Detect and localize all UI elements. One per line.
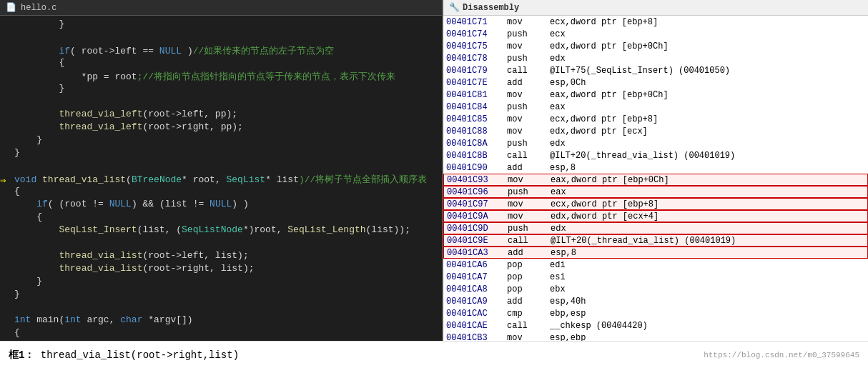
disasm-instruction: mov [508,175,551,185]
comment-text: //如果传来的节点的左子节点为空 [193,46,335,56]
code-line [0,96,442,109]
disasm-address: 00401CA8 [446,284,507,294]
disasm-icon: 🔧 [449,2,460,13]
disasm-instruction: push [507,29,550,39]
disasm-row: 00401C9Ecall@ILT+20(_thread_via_list) (0… [443,234,868,247]
code-filename: hello.c [21,3,56,13]
disasm-address: 00401CB3 [446,333,507,342]
disasm-row: 00401C74pushecx [443,28,868,40]
code-content: } if( root->left == NULL )//如果传来的节点的左子节点… [0,16,442,341]
disasm-instruction: call [507,151,550,161]
disasm-operands: __chkesp (00404420) [550,321,865,331]
disasm-operands: esp,8 [550,163,865,173]
disasm-operands: esp,ebp [550,333,865,342]
disasm-operands: edx,dword ptr [ebp+0Ch] [550,41,865,51]
disasm-title: Disassembly [463,3,519,13]
line-text: } [3,289,20,299]
disasm-instruction: push [507,102,550,112]
disasm-operands: @ILT+75(_SeqList_Insert) (00401050) [550,66,865,76]
line-text: { [3,327,20,338]
disasm-operands: edx [550,139,865,149]
disasm-instruction: call [507,66,550,76]
disasm-row: 00401C90addesp,8 [443,161,868,174]
disasm-operands: esp,8 [551,248,864,258]
disasm-address: 00401C93 [447,175,508,185]
code-line: { [0,57,442,70]
disasm-row: 00401C78pushedx [443,52,868,64]
code-line: } [0,289,442,302]
disasm-address: 00401C9E [447,236,508,246]
line-text: } [3,83,64,94]
disasm-instruction: mov [507,333,550,342]
disasm-row: 00401CB3movesp,ebp [443,332,868,341]
line-text: thread_via_left(root->left, pp); [3,109,237,119]
line-text: BTree* tree = BTree_Create();//创建一个树 [3,340,256,341]
disasm-row: 00401C81moveax,dword ptr [ebp+0Ch] [443,89,868,101]
disasm-row: 00401C8Bcall@ILT+20(_thread_via_list) (0… [443,149,868,161]
code-line: thread_via_list(root->left, list); [0,250,442,263]
disasm-address: 00401C8A [446,139,507,149]
disasm-instruction: add [507,163,550,173]
disasm-row: 00401C7Eaddesp,0Ch [443,76,868,89]
code-line: } [0,134,442,147]
disasm-instruction: mov [507,17,550,27]
disasm-operands: eax,dword ptr [ebp+0Ch] [551,175,864,185]
disasm-operands: ebx [550,284,865,294]
code-line: BTree* tree = BTree_Create();//创建一个树 [0,340,442,341]
code-line: SeqList_Insert(list, (SeqListNode*)root,… [0,224,442,237]
disasm-address: 00401C97 [447,199,508,209]
code-line: } [0,19,442,31]
disasm-instruction: call [507,321,550,331]
disasm-row: 00401CA3addesp,8 [443,247,868,259]
comment-text: ;//将指向节点指针指向的节点等于传来的节点，表示下次传来 [137,71,395,82]
disasm-row: 00401C84pusheax [443,101,868,113]
disasm-operands: edx,dword ptr [ecx+4] [551,212,864,222]
disasm-operands: eax [550,102,865,112]
disasm-row: 00401C97movecx,dword ptr [ebp+8] [443,198,868,210]
disasm-row: 00401C93moveax,dword ptr [ebp+0Ch] [443,174,868,186]
line-text: if( (root != NULL) && (list != NULL) ) [3,199,249,209]
disasm-row: 00401CA6popedi [443,259,868,271]
code-line: if( root->left == NULL )//如果传来的节点的左子节点为空 [0,44,442,57]
disasm-operands: eax [551,187,864,197]
disasm-operands: ecx,dword ptr [ebp+8] [550,114,865,124]
disasm-instruction: pop [507,272,550,282]
disasm-address: 00401C7E [446,78,507,88]
disasm-address: 00401C90 [446,163,507,173]
code-line: thread_via_list(root->right, list); [0,263,442,276]
disasm-row: 00401CA8popebx [443,283,868,295]
disasm-operands: esp,0Ch [550,78,865,88]
disasm-address: 00401CA9 [446,297,507,307]
line-text: } [3,134,42,145]
file-icon: 📄 [6,2,16,13]
line-text: int main(int argc, char *argv[]) [3,314,193,325]
disasm-row: 00401CA7popesi [443,271,868,283]
disasm-address: 00401CA6 [446,260,507,270]
disasm-instruction: push [507,139,550,149]
disasm-address: 00401C85 [446,114,507,124]
line-text: thread_via_list(root->right, list); [3,263,254,274]
disasm-row: 00401C9Dpushedx [443,222,868,234]
line-text: { [3,57,64,68]
disasm-instruction: cmp [507,309,550,319]
line-text: } [3,147,20,158]
disasm-instruction: add [507,78,550,88]
code-line: thread_via_left(root->right, pp); [0,121,442,134]
disasm-row: 00401CA9addesp,40h [443,295,868,307]
code-line: { [0,212,442,224]
code-line [0,237,442,250]
disasm-instruction: mov [507,41,550,51]
disasm-instruction: mov [508,212,551,222]
code-line: } [0,147,442,160]
disasm-address: 00401CAC [446,309,507,319]
code-line: { [0,327,442,340]
disasm-operands: ebp,esp [550,309,865,319]
disasm-operands: ecx [550,29,865,39]
disasm-operands: ecx,dword ptr [ebp+8] [551,199,864,209]
line-text: *pp = root;//将指向节点指针指向的节点等于传来的节点，表示下次传来 [3,70,395,83]
disasm-header: 🔧 Disassembly [443,0,868,16]
disasm-address: 00401C71 [446,17,507,27]
disasm-address: 00401CAE [446,321,507,331]
disasm-operands: esi [550,272,865,282]
disasm-instruction: push [508,224,551,234]
